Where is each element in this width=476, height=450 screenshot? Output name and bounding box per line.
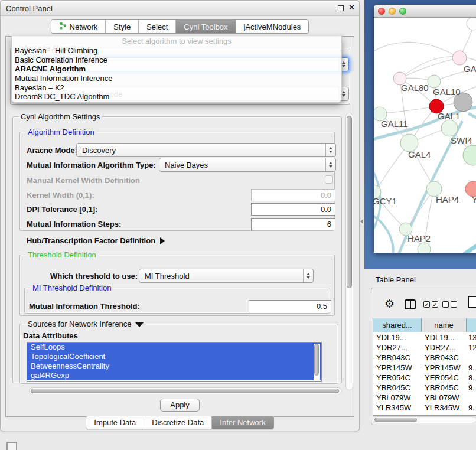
tab-cyni-toolbox[interactable]: Cyni Toolbox <box>175 20 235 33</box>
table-row[interactable]: YIL052C YIL052C 9. <box>373 413 476 416</box>
dock-panel-icon[interactable] <box>6 442 17 450</box>
combo-stepper-icon <box>303 269 313 282</box>
sources-group-label: Sources for Network Inference <box>28 319 132 328</box>
aracne-mode-value: Discovery <box>77 146 325 155</box>
tab-network[interactable]: Network <box>51 20 106 33</box>
popup-item-mutual-information[interactable]: Mutual Information Inference <box>12 74 341 83</box>
table-panel-title: Table Panel <box>376 275 416 284</box>
top-tab-bar: Network Style Select Cyni Toolbox jActiv… <box>1 19 359 34</box>
sources-group-toggle[interactable]: Sources for Network Inference <box>25 319 146 328</box>
table-row[interactable]: YLR345W YLR345W 9. <box>373 403 476 413</box>
tab-infer-network[interactable]: Infer Network <box>211 416 273 429</box>
app-root: Control Panel ✕ Network Style Select Cyn… <box>0 0 476 450</box>
table-row[interactable]: YBL079W YBL079W <box>373 393 476 403</box>
algorithm-popup-placeholder: Select algorithm to view settings <box>12 36 341 46</box>
table-horizontal-scrollbar[interactable] <box>373 416 476 423</box>
settings-horizontal-scrollbar[interactable] <box>29 387 342 394</box>
list-item[interactable]: BetweennessCentrality <box>27 361 321 371</box>
list-item[interactable]: TopologicalCoefficient <box>27 352 321 361</box>
network-window-backdrop: GAL GAL80 GAL10 GAL1 GAL11 SWI4 GAL4 GCY… <box>364 0 476 269</box>
mi-type-combo[interactable]: Naive Bayes <box>159 158 336 172</box>
popup-item-bayesian-k2[interactable]: Bayesian – K2 <box>12 83 341 93</box>
combo-stepper-icon <box>325 144 335 156</box>
algorithm-definition-label: Algorithm Definition <box>25 128 97 136</box>
float-window-icon[interactable] <box>338 5 344 11</box>
tab-style[interactable]: Style <box>105 20 138 33</box>
column-header-partial[interactable]: A <box>467 318 476 332</box>
list-item[interactable]: SelfLoops <box>27 343 321 352</box>
dpi-tolerance-field[interactable]: 0.0 <box>251 203 335 216</box>
which-threshold-label: Which threshold to use: <box>50 272 138 281</box>
popup-item-basic-correlation[interactable]: Basic Correlation Inference <box>12 56 341 65</box>
mi-type-value: Naive Bayes <box>159 161 325 169</box>
threshold-definition-label: Threshold Definition <box>25 250 99 259</box>
column-header-name[interactable]: name <box>422 318 467 332</box>
list-item[interactable]: gal4RGexp <box>27 371 321 380</box>
zoom-traffic-light-icon[interactable] <box>399 8 406 15</box>
manual-kernel-label: Manual Kernel Width Definition <box>27 176 140 185</box>
network-graph: GAL GAL80 GAL10 GAL1 GAL11 SWI4 GAL4 GCY… <box>374 18 476 253</box>
aracne-mode-combo[interactable]: Discovery <box>76 143 336 157</box>
node-label: GAL10 <box>433 87 461 97</box>
table-panel-card: ⚙ ✓ ✓ shared... name A YDL19... YDL19...… <box>371 288 476 425</box>
tab-select[interactable]: Select <box>138 20 175 33</box>
popup-item-dream8[interactable]: Dream8 DC_TDC Algorithm <box>12 92 341 102</box>
node-gal-top[interactable] <box>452 51 467 65</box>
node-label: HAP2 <box>407 233 431 243</box>
splitter-collapse-icon[interactable] <box>360 219 363 224</box>
table-row[interactable]: YER054C YER054C 8. <box>373 373 476 383</box>
network-window-titlebar[interactable] <box>374 5 476 18</box>
node-label: GAL <box>464 64 476 74</box>
table-row[interactable]: YBR045C YBR045C 9. <box>373 383 476 393</box>
popup-item-aracne[interactable]: ARACNE Algorithm <box>12 64 341 74</box>
column-header-shared-name[interactable]: shared... <box>373 318 422 332</box>
tab-discretize-data[interactable]: Discretize Data <box>144 416 211 429</box>
manual-kernel-checkbox[interactable] <box>325 175 333 184</box>
split-columns-icon[interactable] <box>405 299 416 309</box>
network-canvas[interactable]: GAL GAL80 GAL10 GAL1 GAL11 SWI4 GAL4 GCY… <box>374 18 476 253</box>
popup-item-bayesian-hill-climbing[interactable]: Bayesian – Hill Climbing <box>12 46 341 56</box>
close-traffic-light-icon[interactable] <box>378 8 385 15</box>
document-icon[interactable] <box>468 296 476 308</box>
node-label: GAL4 <box>408 149 431 159</box>
list-scrollbar[interactable] <box>314 344 320 380</box>
hub-tf-definition-label: Hub/Transcription Factor Definition <box>27 236 155 245</box>
collapse-down-arrow-icon <box>135 322 144 327</box>
node[interactable] <box>418 243 431 253</box>
mi-steps-field[interactable]: 6 <box>251 218 335 230</box>
checkbox-unchecked-icon[interactable] <box>451 301 457 308</box>
apply-button[interactable]: Apply <box>160 399 200 412</box>
tab-impute-data[interactable]: Impute Data <box>86 416 144 429</box>
mi-threshold-label: Mutual Information Threshold: <box>29 302 140 311</box>
close-window-icon[interactable]: ✕ <box>348 3 355 12</box>
table-row[interactable]: YBR043C YBR043C <box>373 353 476 363</box>
network-node-labels: GAL GAL80 GAL10 GAL1 GAL11 SWI4 GAL4 GCY… <box>374 64 476 243</box>
tab-jactivemnodules[interactable]: jActiveMNodules <box>236 20 309 33</box>
table-row[interactable]: YDL19... YDL19... 13 <box>373 332 476 343</box>
node-table[interactable]: shared... name A YDL19... YDL19... 13 YD… <box>373 318 476 416</box>
node-label: GCY1 <box>374 196 397 206</box>
checkbox-unchecked-icon[interactable] <box>442 301 449 308</box>
settings-vertical-scrollbar[interactable] <box>345 113 353 390</box>
checkbox-checked-icon[interactable]: ✓ <box>423 301 430 308</box>
hub-tf-definition-toggle[interactable]: Hub/Transcription Factor Definition <box>27 236 165 245</box>
table-row[interactable]: YDR27... YDR27... 12 <box>373 343 476 353</box>
gear-icon[interactable]: ⚙ <box>384 297 395 311</box>
node-label: Y <box>472 194 476 204</box>
table-row[interactable]: YPR145W YPR145W 9. <box>373 363 476 373</box>
mi-threshold-field[interactable]: 0.5 <box>249 300 331 312</box>
minimize-traffic-light-icon[interactable] <box>389 8 396 15</box>
node-label: SWI4 <box>451 135 472 145</box>
mi-threshold-definition-label: MI Threshold Definition <box>30 283 113 292</box>
checkbox-checked-icon[interactable]: ✓ <box>432 301 438 308</box>
data-attributes-list[interactable]: SelfLoops TopologicalCoefficient Between… <box>27 342 322 382</box>
kernel-width-field[interactable]: 0.0 <box>251 189 335 201</box>
bottom-tab-bar: Impute Data Discretize Data Infer Networ… <box>1 416 359 429</box>
node[interactable] <box>467 18 476 30</box>
combo-stepper-icon <box>325 158 335 171</box>
which-threshold-combo[interactable]: MI Threshold <box>139 269 314 283</box>
node[interactable] <box>463 145 476 165</box>
node-swi4[interactable] <box>441 120 458 136</box>
algorithm-popup: Select algorithm to view settings Bayesi… <box>11 36 342 103</box>
node-gal10[interactable] <box>428 75 441 88</box>
